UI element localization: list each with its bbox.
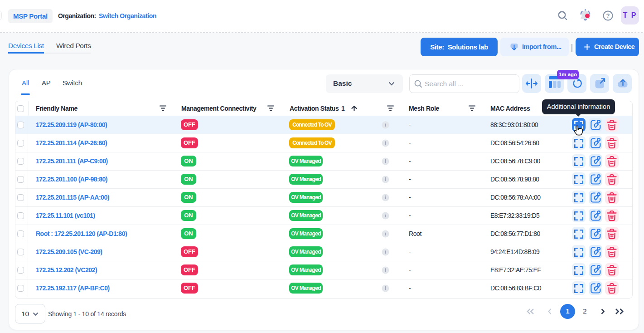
- svg-text:i: i: [385, 286, 386, 291]
- svg-text:i: i: [385, 250, 386, 255]
- svg-text:i: i: [385, 195, 386, 200]
- svg-text:i: i: [385, 141, 386, 146]
- svg-text:i: i: [385, 213, 386, 218]
- svg-text:i: i: [385, 122, 386, 127]
- svg-text:i: i: [385, 159, 386, 164]
- svg-text:i: i: [385, 177, 386, 182]
- svg-text:?: ?: [606, 12, 610, 19]
- svg-text:i: i: [385, 268, 386, 273]
- svg-text:i: i: [385, 231, 386, 236]
